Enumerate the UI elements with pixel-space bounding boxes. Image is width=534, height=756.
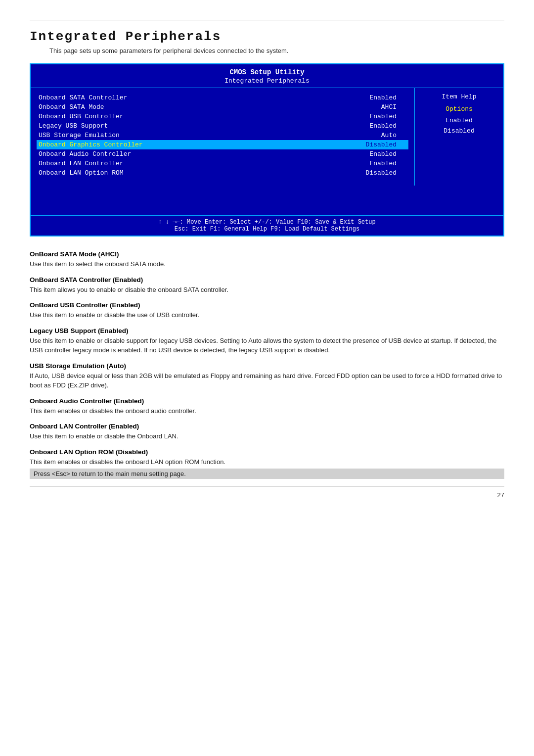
bios-row-value: Disabled xyxy=(366,169,406,177)
bios-row[interactable]: Onboard SATA ControllerEnabled xyxy=(39,93,406,102)
desc-text: This item enables or disables the onboar… xyxy=(30,406,504,416)
bios-row-label: Onboard LAN Controller xyxy=(39,160,124,167)
bios-row[interactable]: Onboard USB ControllerEnabled xyxy=(39,112,406,121)
bios-row-value: Disabled xyxy=(366,141,406,148)
bios-row-label: Onboard USB Controller xyxy=(39,113,124,120)
desc-text: Use this item to enable or disable the u… xyxy=(30,310,504,320)
bios-row-value: Enabled xyxy=(369,122,406,130)
bios-row-value: Enabled xyxy=(369,160,406,167)
bios-row-label: Onboard SATA Mode xyxy=(39,103,104,111)
bios-row-value: Enabled xyxy=(369,150,406,158)
bios-spacer xyxy=(31,186,503,215)
desc-text: If Auto, USB device equal or less than 2… xyxy=(30,371,504,390)
desc-title: OnBoard SATA Mode (AHCI) xyxy=(30,250,504,258)
option-disabled: Disabled xyxy=(421,126,497,137)
desc-text: This item allows you to enable or disabl… xyxy=(30,285,504,295)
desc-section-usb-storage: USB Storage Emulation (Auto)If Auto, USB… xyxy=(30,362,504,390)
desc-section-lan-controller: Onboard LAN Controller (Enabled)Use this… xyxy=(30,423,504,441)
item-help-label: Item Help xyxy=(421,93,497,100)
bios-row-label: Legacy USB Support xyxy=(39,122,108,130)
page-number: 27 xyxy=(30,491,504,499)
page-title: Integrated Peripherals xyxy=(30,29,504,44)
desc-title: Onboard Audio Controller (Enabled) xyxy=(30,397,504,405)
bios-row-value: Enabled xyxy=(369,94,406,101)
desc-text: Use this item to select the onboard SATA… xyxy=(30,259,504,269)
bios-row[interactable]: USB Storage EmulationAuto xyxy=(39,131,406,140)
bios-row-value: Enabled xyxy=(369,113,406,120)
bios-row-label: Onboard Graphics Controller xyxy=(39,141,143,148)
bios-body: Onboard SATA ControllerEnabledOnboard SA… xyxy=(31,88,503,186)
bios-footer: ↑ ↓ →←: Move Enter: Select +/-/: Value F… xyxy=(31,215,503,236)
desc-title: Onboard LAN Controller (Enabled) xyxy=(30,423,504,430)
desc-section-audio-controller: Onboard Audio Controller (Enabled)This i… xyxy=(30,397,504,416)
bios-row[interactable]: Onboard LAN Option ROMDisabled xyxy=(39,168,406,178)
desc-title: OnBoard SATA Controller (Enabled) xyxy=(30,276,504,284)
desc-section-lan-option-rom: Onboard LAN Option ROM (Disabled)This it… xyxy=(30,448,504,479)
desc-section-usb-controller: OnBoard USB Controller (Enabled)Use this… xyxy=(30,301,504,320)
bios-row-label: USB Storage Emulation xyxy=(39,132,120,139)
bios-row[interactable]: Onboard LAN ControllerEnabled xyxy=(39,159,406,168)
bios-row-label: Onboard Audio Controller xyxy=(39,150,131,158)
bios-row[interactable]: Onboard Graphics ControllerDisabled xyxy=(37,140,408,149)
desc-section-sata-controller: OnBoard SATA Controller (Enabled)This it… xyxy=(30,276,504,295)
top-divider xyxy=(30,20,504,20)
desc-title: Legacy USB Support (Enabled) xyxy=(30,327,504,334)
desc-title: USB Storage Emulation (Auto) xyxy=(30,362,504,370)
bios-row-label: Onboard SATA Controller xyxy=(39,94,127,101)
desc-title: Onboard LAN Option ROM (Disabled) xyxy=(30,448,504,456)
desc-title: OnBoard USB Controller (Enabled) xyxy=(30,301,504,309)
desc-section-sata-mode: OnBoard SATA Mode (AHCI)Use this item to… xyxy=(30,250,504,269)
bios-row-label: Onboard LAN Option ROM xyxy=(39,169,124,177)
bios-sidebar: Item Help Options Enabled Disabled xyxy=(414,88,503,186)
bios-utility-title: CMOS Setup Utility xyxy=(31,64,503,77)
option-enabled: Enabled xyxy=(421,116,497,126)
bottom-divider xyxy=(30,486,504,486)
bios-row[interactable]: Legacy USB SupportEnabled xyxy=(39,121,406,131)
desc-text: Use this item to enable or disable suppo… xyxy=(30,336,504,355)
bios-main: Onboard SATA ControllerEnabledOnboard SA… xyxy=(31,88,414,186)
bios-row-value: Auto xyxy=(381,132,406,139)
bios-footer-line2: Esc: Exit F1: General Help F9: Load Defa… xyxy=(36,226,498,233)
desc-text: Use this item to enable or disable the O… xyxy=(30,431,504,441)
bios-footer-line1: ↑ ↓ →←: Move Enter: Select +/-/: Value F… xyxy=(36,219,498,226)
page-subtitle: This page sets up some parameters for pe… xyxy=(49,47,504,54)
bios-screen-title: Integrated Peripherals xyxy=(31,77,503,88)
bios-panel: CMOS Setup Utility Integrated Peripheral… xyxy=(30,63,504,236)
descriptions-container: OnBoard SATA Mode (AHCI)Use this item to… xyxy=(30,250,504,479)
desc-text: This item enables or disables the onboar… xyxy=(30,457,504,467)
desc-section-legacy-usb: Legacy USB Support (Enabled)Use this ite… xyxy=(30,327,504,355)
bios-row-value: AHCI xyxy=(381,103,406,111)
bios-row[interactable]: Onboard SATA ModeAHCI xyxy=(39,102,406,112)
options-label: Options xyxy=(421,105,497,113)
desc-note: Press <Esc> to return to the main menu s… xyxy=(30,469,504,479)
bios-row[interactable]: Onboard Audio ControllerEnabled xyxy=(39,149,406,159)
